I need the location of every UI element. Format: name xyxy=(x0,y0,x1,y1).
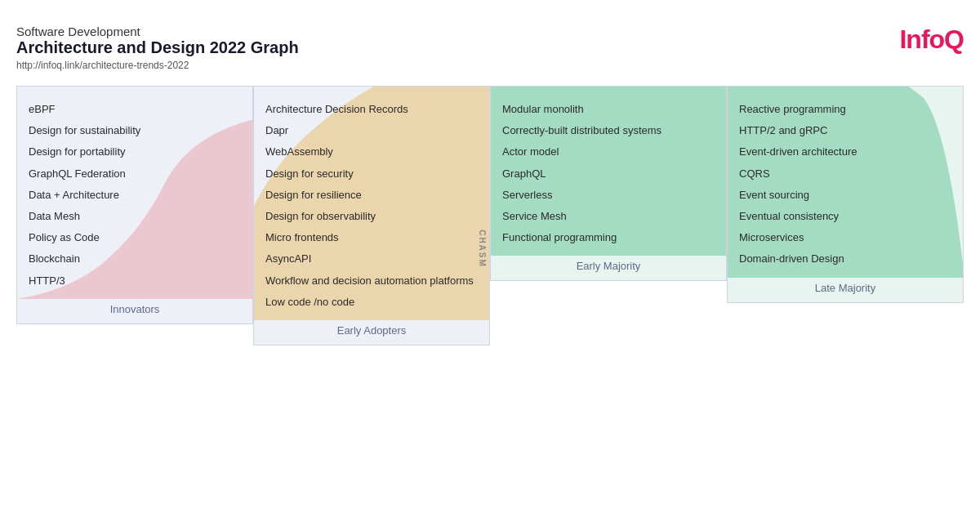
list-item: Architecture Decision Records xyxy=(265,100,478,119)
innovators-items: eBPFDesign for sustainabilityDesign for … xyxy=(29,100,241,291)
logo-accent: Q xyxy=(944,25,964,54)
subtitle: Software Development xyxy=(16,25,299,38)
header-left: Software Development Architecture and De… xyxy=(16,25,299,71)
early-adopters-column: Architecture Decision RecordsDaprWebAsse… xyxy=(253,86,490,437)
chart-area: eBPFDesign for sustainabilityDesign for … xyxy=(16,86,964,437)
list-item: Microservices xyxy=(739,228,951,248)
page-header: Software Development Architecture and De… xyxy=(16,25,964,71)
list-item: Blockchain xyxy=(29,249,241,269)
url: http://infoq.link/architecture-trends-20… xyxy=(16,60,299,71)
list-item: CQRS xyxy=(739,164,951,184)
list-item: HTTP/2 and gRPC xyxy=(739,121,951,141)
list-item: Domain-driven Design xyxy=(739,249,951,269)
list-item: Design for resilience xyxy=(265,185,478,205)
list-item: Design for security xyxy=(265,164,478,184)
list-item: Workflow and decision automation platfor… xyxy=(265,271,478,291)
list-item: Dapr xyxy=(265,121,478,141)
early-majority-column: Modular monolithCorrectly-built distribu… xyxy=(490,86,727,437)
page-container: Software Development Architecture and De… xyxy=(16,0,964,453)
list-item: GraphQL xyxy=(502,164,715,184)
early-adopters-col-inner: Architecture Decision RecordsDaprWebAsse… xyxy=(253,86,490,346)
list-item: Low code /no code xyxy=(265,292,478,312)
list-item: Correctly-built distributed systems xyxy=(502,121,715,141)
list-item: eBPF xyxy=(29,100,241,119)
early-majority-label: Early Majority xyxy=(491,260,726,272)
list-item: WebAssembly xyxy=(265,142,478,162)
list-item: Policy as Code xyxy=(29,228,241,248)
early-adopters-items: Architecture Decision RecordsDaprWebAsse… xyxy=(265,100,478,312)
late-majority-col-inner: Reactive programmingHTTP/2 and gRPCEvent… xyxy=(727,86,964,303)
early-adopters-label: Early Adopters xyxy=(254,324,489,337)
innovators-label: Innovators xyxy=(17,303,252,315)
innovators-col-inner: eBPFDesign for sustainabilityDesign for … xyxy=(16,86,253,324)
late-majority-items: Reactive programmingHTTP/2 and gRPCEvent… xyxy=(739,100,951,270)
title: Architecture and Design 2022 Graph xyxy=(16,38,299,57)
list-item: Design for portability xyxy=(29,142,241,162)
list-item: Reactive programming xyxy=(739,100,951,119)
infoq-logo: InfoQ xyxy=(899,25,964,55)
list-item: Serverless xyxy=(502,185,715,205)
list-item: Design for sustainability xyxy=(29,121,241,141)
logo-text: Info xyxy=(899,25,944,54)
early-majority-col-inner: Modular monolithCorrectly-built distribu… xyxy=(490,86,727,281)
innovators-column: eBPFDesign for sustainabilityDesign for … xyxy=(16,86,253,437)
list-item: Actor model xyxy=(502,142,715,162)
list-item: AsyncAPI xyxy=(265,249,478,269)
list-item: Eventual consistency xyxy=(739,207,951,226)
list-item: Functional programming xyxy=(502,228,715,248)
list-item: Service Mesh xyxy=(502,207,715,226)
list-item: Design for observability xyxy=(265,207,478,226)
list-item: HTTP/3 xyxy=(29,271,241,291)
late-majority-label: Late Majority xyxy=(728,282,963,294)
list-item: Micro frontends xyxy=(265,228,478,248)
list-item: GraphQL Federation xyxy=(29,164,241,184)
list-item: Data Mesh xyxy=(29,207,241,226)
early-majority-items: Modular monolithCorrectly-built distribu… xyxy=(502,100,715,248)
list-item: Event sourcing xyxy=(739,185,951,205)
late-majority-column: Reactive programmingHTTP/2 and gRPCEvent… xyxy=(727,86,964,437)
list-item: Modular monolith xyxy=(502,100,715,119)
list-item: Event-driven architecture xyxy=(739,142,951,162)
list-item: Data + Architecture xyxy=(29,185,241,205)
